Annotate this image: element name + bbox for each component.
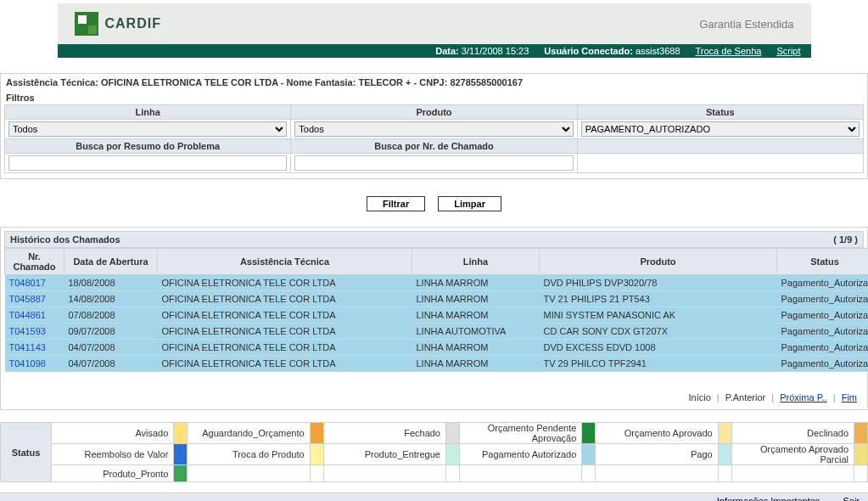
legend-swatch [445,465,459,482]
cell-produto: DVD EXCESS EDVD 1008 [540,340,777,356]
legend-label: Produto_Pronto [52,465,174,482]
cell-status: Pagamento_Autorizado [777,340,869,356]
cell-status: Pagamento_Autorizado [777,356,869,372]
cell-data: 04/07/2008 [64,356,158,372]
legend-label: Orçamento Pendente Aprovação [459,423,581,444]
legend-swatch [445,423,459,444]
legend-swatch [310,444,323,465]
filter-col-empty [577,139,863,154]
filter-grid: Linha Produto Status Todos Todos PAGAMEN… [4,104,864,173]
legend-label: Fechado [323,423,445,444]
cell-data: 18/08/2008 [64,275,158,291]
cell-linha: LINHA MARROM [412,356,540,372]
legend-label: Pagamento Autorizado [459,444,581,465]
assist-title: Assistência Técnica: OFICINA ELETRONICA … [4,76,864,89]
cell-status: Pagamento_Autorizado [777,324,869,340]
table-row[interactable]: T04588714/08/2008OFICINA ELETRONICA TELE… [5,291,869,307]
history-table: Nr. Chamado Data de Abertura Assistência… [4,248,868,372]
cell-assist: OFICINA ELETRONICA TELE COR LTDA [158,307,412,324]
history-title: Histórico dos Chamados [10,234,120,245]
legend-label: Avisado [52,423,174,444]
cell-linha: LINHA MARROM [412,291,540,307]
filter-col-produto: Produto [291,105,577,120]
cell-produto: TV 21 PHILIPS 21 PT543 [540,291,777,307]
pager-inicio[interactable]: Início [688,392,710,402]
table-row[interactable]: T04159309/07/2008OFICINA ELETRONICA TELE… [5,324,869,340]
cell-data: 04/07/2008 [64,340,158,356]
legend-swatch [174,444,188,465]
user-label: Usuário Conectado: [544,46,633,56]
legend-label [596,465,718,482]
legend-label [323,465,445,482]
cell-status: Pagamento_Autorizado [777,307,869,324]
cell-nr[interactable]: T048017 [5,275,64,291]
cell-assist: OFICINA ELETRONICA TELE COR LTDA [158,291,412,307]
filtrar-button[interactable]: Filtrar [367,196,425,211]
pager-next[interactable]: Próxima P.. [780,392,826,402]
brand-tagline: Garantia Estendida [699,18,793,31]
cell-status: Pagamento_Autorizado [777,275,869,291]
history-page-indicator: ( 1/9 ) [833,234,858,245]
th-linha: Linha [412,249,540,275]
cell-nr[interactable]: T041593 [5,324,64,340]
user-value: assist3688 [636,46,680,56]
cell-assist: OFICINA ELETRONICA TELE COR LTDA [158,356,412,372]
cell-data: 09/07/2008 [64,324,158,340]
footer-sair-link[interactable]: Sair [843,496,860,501]
legend-swatch [854,444,868,465]
legend-label: Produto_Entregue [323,444,445,465]
legend-label: Troca do Produto [188,444,310,465]
filters-section-label: Filtros [4,89,864,104]
cell-nr[interactable]: T041143 [5,340,64,356]
table-row[interactable]: T04486107/08/2008OFICINA ELETRONICA TELE… [5,307,869,324]
legend-label: Orçamento Aprovado Parcial [731,444,854,465]
status-legend: StatusAvisadoAguardando_OrçamentoFechado… [0,422,868,482]
cell-assist: OFICINA ELETRONICA TELE COR LTDA [158,340,412,356]
cell-linha: LINHA MARROM [412,340,540,356]
legend-swatch [310,465,323,482]
linha-select[interactable]: Todos [8,121,287,137]
cell-nr[interactable]: T044861 [5,307,64,324]
produto-select[interactable]: Todos [294,121,573,137]
filter-col-nrchamado: Busca por Nr. de Chamado [291,139,577,154]
footer-info-link[interactable]: Informações Importantes [717,496,820,501]
script-link[interactable]: Script [776,46,800,56]
cell-produto: TV 29 PHILCO TPF2941 [540,356,777,372]
cell-data: 07/08/2008 [64,307,158,324]
change-password-link[interactable]: Troca de Senha [696,46,762,56]
cell-assist: OFICINA ELETRONICA TELE COR LTDA [158,324,412,340]
table-row[interactable]: T04801718/08/2008OFICINA ELETRONICA TELE… [5,275,869,291]
th-data: Data de Abertura [64,249,158,275]
date-value: 3/11/2008 15:23 [462,46,529,56]
filter-col-status: Status [577,105,863,120]
legend-label [459,465,581,482]
top-status-bar: Data: 3/11/2008 15:23 Usuário Conectado:… [58,44,811,58]
logo-icon [75,12,98,36]
pager-prev[interactable]: P.Anterior [725,392,766,402]
filter-panel: Assistência Técnica: OFICINA ELETRONICA … [0,73,868,179]
cell-produto: CD CAR SONY CDX GT207X [540,324,777,340]
th-nr: Nr. Chamado [5,249,64,275]
nrchamado-input[interactable] [294,155,573,171]
resumo-input[interactable] [8,155,287,171]
pager-fim[interactable]: Fim [842,392,857,402]
header-bar: CARDIF Garantia Estendida [58,3,811,44]
pager: Início | P.Anterior | Próxima P.. | Fim [4,389,864,406]
history-panel: Histórico dos Chamados ( 1/9 ) Nr. Chama… [0,227,868,410]
limpar-button[interactable]: Limpar [438,196,501,211]
legend-label: Orçamento Aprovado [596,423,718,444]
legend-swatch [445,444,459,465]
cell-nr[interactable]: T045887 [5,291,64,307]
cell-produto: DVD PHILIPS DVP3020/78 [540,275,777,291]
legend-swatch [582,444,596,465]
table-row[interactable]: T04109804/07/2008OFICINA ELETRONICA TELE… [5,356,869,372]
table-row[interactable]: T04114304/07/2008OFICINA ELETRONICA TELE… [5,340,869,356]
legend-label: Reembolso de Valor [52,444,174,465]
th-assist: Assistência Técnica [158,249,412,275]
status-select[interactable]: PAGAMENTO_AUTORIZADO [581,121,860,137]
legend-label: Declinado [731,423,854,444]
legend-swatch [582,465,596,482]
legend-swatch [174,465,188,482]
cell-nr[interactable]: T041098 [5,356,64,372]
cell-status: Pagamento_Autorizado [777,291,869,307]
